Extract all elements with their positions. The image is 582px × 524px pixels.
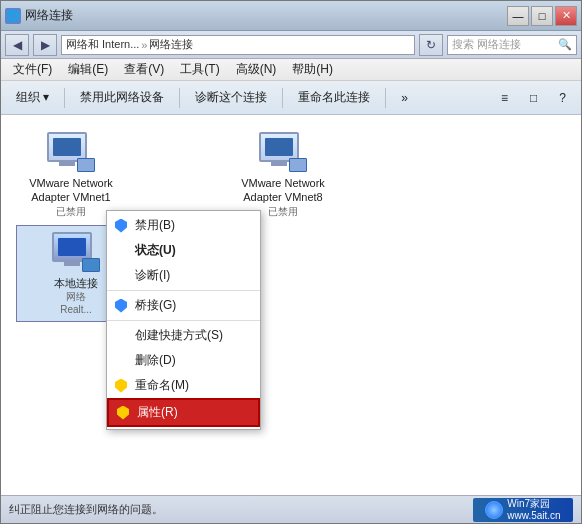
vmnet8-status: 已禁用	[268, 205, 298, 219]
more-button[interactable]: »	[392, 85, 417, 111]
shield-rename-icon	[113, 378, 129, 394]
vmnet8-label: VMware Network Adapter VMnet8	[230, 176, 336, 205]
overlay-vmnet8	[289, 158, 307, 172]
win7-badge-text: Win7家园 www.5ait.cn	[507, 498, 560, 522]
ctx-diagnose-label: 诊断(I)	[135, 268, 170, 282]
view-options-button[interactable]: ≡	[492, 85, 517, 111]
organize-button[interactable]: 组织 ▾	[7, 85, 58, 111]
address-path[interactable]: 网络和 Intern... » 网络连接	[61, 35, 415, 55]
forward-button[interactable]: ▶	[33, 34, 57, 56]
main-window: 🌐 网络连接 — □ ✕ ◀ ▶ 网络和 Intern... » 网络连接 ↻ …	[0, 0, 582, 524]
win7-badge: Win7家园 www.5ait.cn	[473, 498, 573, 522]
ctx-properties[interactable]: 属性(R)	[107, 398, 260, 427]
path-part-2: 网络连接	[149, 37, 193, 52]
ctx-status[interactable]: 状态(U)	[107, 238, 260, 263]
menu-edit[interactable]: 编辑(E)	[60, 59, 116, 80]
screen-vmnet1	[53, 138, 81, 156]
preview-button[interactable]: □	[521, 85, 546, 111]
menubar: 文件(F) 编辑(E) 查看(V) 工具(T) 高级(N) 帮助(H)	[1, 59, 581, 81]
ctx-shortcut-label: 创建快捷方式(S)	[135, 328, 223, 342]
local-label: 本地连接	[54, 276, 98, 290]
toolbar-sep-2	[179, 88, 180, 108]
menu-advanced[interactable]: 高级(N)	[228, 59, 285, 80]
title-bar-buttons: — □ ✕	[507, 6, 577, 26]
toolbar-sep-3	[282, 88, 283, 108]
vmnet1-status: 已禁用	[56, 205, 86, 219]
network-icon-vmnet1	[47, 132, 95, 172]
ctx-shortcut[interactable]: 创建快捷方式(S)	[107, 323, 260, 348]
menu-help[interactable]: 帮助(H)	[284, 59, 341, 80]
ctx-diagnose[interactable]: 诊断(I)	[107, 263, 260, 288]
overlay-vmnet1	[77, 158, 95, 172]
ctx-disable[interactable]: 禁用(B)	[107, 213, 260, 238]
address-bar: ◀ ▶ 网络和 Intern... » 网络连接 ↻ 搜索 网络连接 🔍	[1, 31, 581, 59]
search-box[interactable]: 搜索 网络连接 🔍	[447, 35, 577, 55]
network-icon-local	[52, 232, 100, 272]
back-button[interactable]: ◀	[5, 34, 29, 56]
ctx-delete-label: 删除(D)	[135, 353, 176, 367]
window-icon: 🌐	[5, 8, 21, 24]
screen-local	[58, 238, 86, 256]
close-button[interactable]: ✕	[555, 6, 577, 26]
shield-bridge-icon	[113, 298, 129, 314]
breadcrumb-arrow-1: »	[141, 39, 147, 51]
minimize-button[interactable]: —	[507, 6, 529, 26]
local-sub: 网络	[66, 290, 86, 304]
path-part-1: 网络和 Intern...	[66, 37, 139, 52]
toolbar-sep-4	[385, 88, 386, 108]
menu-file[interactable]: 文件(F)	[5, 59, 60, 80]
help-button[interactable]: ?	[550, 85, 575, 111]
toolbar-sep-1	[64, 88, 65, 108]
badge-line1: Win7家园	[507, 498, 560, 510]
ctx-delete[interactable]: 删除(D)	[107, 348, 260, 373]
maximize-button[interactable]: □	[531, 6, 553, 26]
rename-button[interactable]: 重命名此连接	[289, 85, 379, 111]
vmnet1-label: VMware Network Adapter VMnet1	[18, 176, 124, 205]
menu-tools[interactable]: 工具(T)	[172, 59, 227, 80]
disable-network-button[interactable]: 禁用此网络设备	[71, 85, 173, 111]
status-text: 纠正阻止您连接到网络的问题。	[9, 502, 465, 517]
file-area: VMware Network Adapter VMnet1 已禁用 VMware…	[1, 115, 581, 495]
menu-view[interactable]: 查看(V)	[116, 59, 172, 80]
badge-line2: www.5ait.cn	[507, 510, 560, 522]
local-realtek: Realt...	[60, 304, 92, 315]
ctx-rename[interactable]: 重命名(M)	[107, 373, 260, 398]
ctx-bridge[interactable]: 桥接(G)	[107, 293, 260, 318]
ctx-rename-label: 重命名(M)	[135, 378, 189, 392]
ctx-bridge-label: 桥接(G)	[135, 298, 176, 312]
network-icon-vmnet8	[259, 132, 307, 172]
ctx-sep-2	[107, 320, 260, 321]
ctx-disable-label: 禁用(B)	[135, 218, 175, 232]
search-placeholder: 搜索 网络连接	[452, 37, 521, 52]
window-title: 网络连接	[25, 7, 507, 24]
search-icon: 🔍	[558, 38, 572, 51]
title-bar: 🌐 网络连接 — □ ✕	[1, 1, 581, 31]
diagnose-button[interactable]: 诊断这个连接	[186, 85, 276, 111]
content-area: VMware Network Adapter VMnet1 已禁用 VMware…	[1, 115, 581, 495]
context-menu: 禁用(B) 状态(U) 诊断(I) 桥接(G) 创建快捷方式(S)	[106, 210, 261, 430]
ctx-status-label: 状态(U)	[135, 243, 176, 257]
refresh-button[interactable]: ↻	[419, 34, 443, 56]
toolbar: 组织 ▾ 禁用此网络设备 诊断这个连接 重命名此连接 » ≡ □ ?	[1, 81, 581, 115]
screen-vmnet8	[265, 138, 293, 156]
ctx-sep-1	[107, 290, 260, 291]
shield-prop-icon	[115, 405, 131, 421]
overlay-local	[82, 258, 100, 272]
ctx-properties-label: 属性(R)	[137, 405, 178, 419]
status-bar: 纠正阻止您连接到网络的问题。 Win7家园 www.5ait.cn	[1, 495, 581, 523]
shield-icon	[113, 218, 129, 234]
win7-badge-icon	[485, 501, 503, 519]
